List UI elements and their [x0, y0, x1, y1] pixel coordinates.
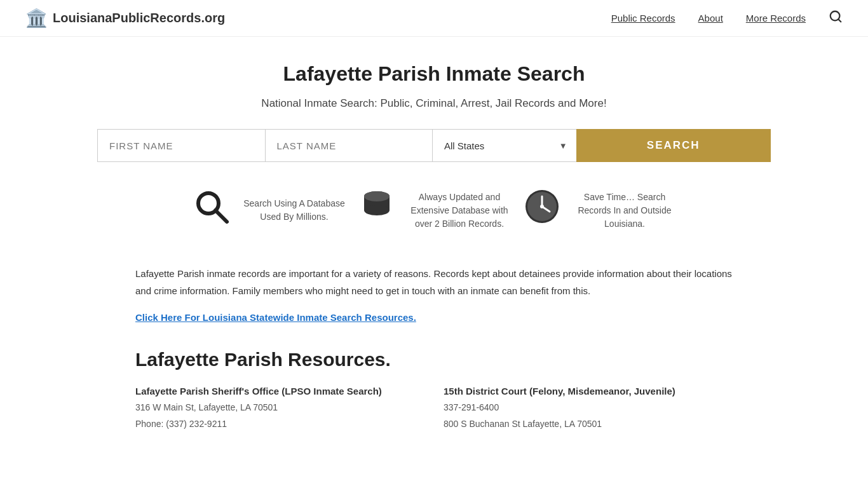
logo-building-icon: 🏛️ [25, 8, 48, 29]
logo-text: LouisianaPublicRecords.org [53, 11, 225, 25]
features-row: Search Using A Database Used By Millions… [97, 187, 771, 233]
page-subtitle: National Inmate Search: Public, Criminal… [97, 97, 771, 110]
main-content: Lafayette Parish Inmate Search National … [85, 37, 783, 459]
search-bar: All StatesAlabamaAlaskaArizonaArkansasCa… [97, 129, 771, 162]
description-section: Lafayette Parish inmate records are impo… [97, 265, 771, 323]
nav-more-records[interactable]: More Records [746, 13, 806, 24]
svg-line-1 [838, 19, 841, 22]
nav-search-icon[interactable] [829, 10, 843, 27]
clock-feature-text: Save Time… Search Records In and Outside… [574, 191, 675, 231]
state-select[interactable]: All StatesAlabamaAlaskaArizonaArkansasCa… [432, 129, 576, 162]
svg-point-12 [540, 205, 544, 208]
svg-point-7 [364, 191, 390, 201]
main-nav: Public Records About More Records [611, 10, 843, 27]
search-feature-text: Search Using A Database Used By Millions… [243, 197, 345, 224]
state-select-wrap: All StatesAlabamaAlaskaArizonaArkansasCa… [432, 129, 576, 162]
resources-section: Lafayette Parish Resources. Lafayette Pa… [97, 349, 771, 434]
resources-grid: Lafayette Parish Sheriff's Office (LPSO … [135, 386, 733, 434]
page-title: Lafayette Parish Inmate Search [97, 62, 771, 86]
search-feature-icon [193, 187, 231, 233]
description-paragraph: Lafayette Parish inmate records are impo… [135, 265, 733, 299]
resource-item-0: Lafayette Parish Sheriff's Office (LPSO … [135, 386, 424, 434]
first-name-input[interactable] [97, 129, 265, 162]
resource-1-phone: 800 S Buchanan St Lafayette, LA 70501 [444, 417, 733, 431]
resource-0-address: 316 W Main St, Lafayette, LA 70501 [135, 400, 424, 414]
resource-1-name: 15th District Court (Felony, Misdemeanor… [444, 386, 733, 396]
resource-1-address: 337-291-6400 [444, 400, 733, 414]
search-button[interactable]: SEARCH [576, 129, 771, 162]
clock-feature-icon [523, 187, 561, 233]
resource-0-name: Lafayette Parish Sheriff's Office (LPSO … [135, 386, 424, 396]
logo-link[interactable]: 🏛️ LouisianaPublicRecords.org [25, 8, 225, 29]
last-name-input[interactable] [265, 129, 433, 162]
header: 🏛️ LouisianaPublicRecords.org Public Rec… [0, 0, 868, 37]
resource-0-phone: Phone: (337) 232-9211 [135, 417, 424, 431]
nav-about[interactable]: About [698, 13, 723, 24]
svg-point-6 [364, 205, 390, 215]
statewide-link[interactable]: Click Here For Louisiana Statewide Inmat… [135, 312, 416, 323]
resource-item-1: 15th District Court (Felony, Misdemeanor… [444, 386, 733, 434]
svg-line-3 [215, 210, 227, 222]
resources-title: Lafayette Parish Resources. [135, 349, 733, 370]
database-feature-text: Always Updated and Extensive Database wi… [409, 191, 510, 231]
nav-public-records[interactable]: Public Records [611, 13, 675, 24]
database-feature-icon [358, 187, 396, 233]
